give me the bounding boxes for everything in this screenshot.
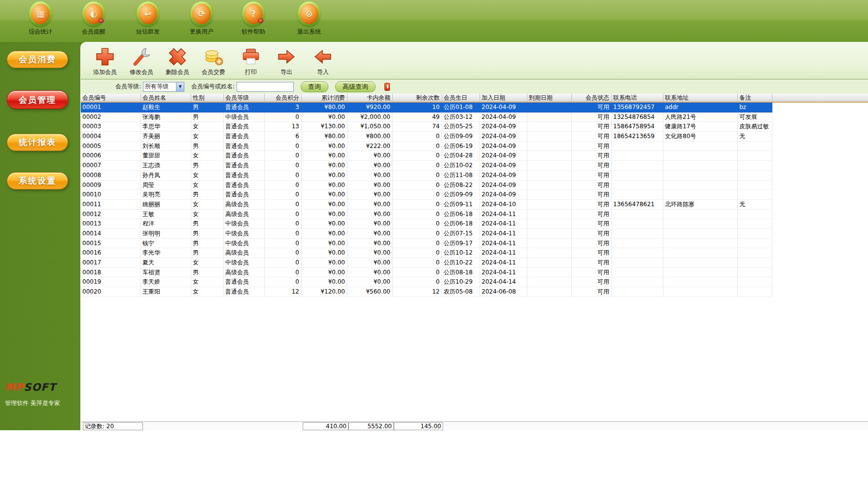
table-row[interactable]: 00018车祖贤男高级会员0¥0.00¥0.000公历08-182024-04-… <box>81 268 868 278</box>
import-button[interactable]: 导入 <box>307 46 339 76</box>
add-member-button[interactable]: 添加会员 <box>89 46 121 76</box>
column-header-1[interactable]: 会员编号 <box>81 94 141 102</box>
sidebar-item-member-manage[interactable]: 会员管理 <box>7 90 68 109</box>
table-row[interactable]: 00011姚丽丽女高级会员0¥0.00¥0.000公历09-112024-04-… <box>81 200 868 210</box>
column-header-3[interactable]: 性别 <box>191 94 224 102</box>
table-cell <box>527 277 572 287</box>
table-row[interactable]: 00002张海鹏男中级会员0¥0.00¥2,000.0049公历03-12202… <box>81 112 868 122</box>
table-row[interactable]: 00012王敏女高级会员0¥0.00¥0.000公历06-182024-04-1… <box>81 210 868 220</box>
member-keyword-input[interactable] <box>237 82 294 92</box>
topbar-item-reminder[interactable]: ◐ 会员提醒 <box>74 1 113 36</box>
table-row[interactable]: 00003李思华女普通会员13¥130.00¥1,050.0074公历05-25… <box>81 122 868 132</box>
table-row[interactable]: 00004齐美丽女普通会员6¥80.00¥800.000公历09-092024-… <box>81 132 868 142</box>
table-row[interactable]: 00016李光华男高级会员0¥0.00¥0.000公历10-122024-04-… <box>81 248 868 258</box>
edit-member-button[interactable]: 修改会员 <box>125 46 158 76</box>
topbar-item-exit[interactable]: ⊙ 退出系统 <box>290 1 328 36</box>
table-cell: 0 <box>265 142 302 151</box>
table-row[interactable]: 00008孙丹凤女普通会员0¥0.00¥0.000公历11-082024-04-… <box>81 171 868 181</box>
member-toolbar: 添加会员 修改会员 删除会员 <box>81 42 868 79</box>
table-cell <box>663 181 738 190</box>
search-button[interactable]: 查询 <box>301 81 328 92</box>
table-cell <box>527 239 572 249</box>
column-header-14[interactable]: 联系地址 <box>663 94 738 102</box>
table-cell: 可用 <box>572 151 612 161</box>
table-row[interactable]: 00010吴明亮男普通会员0¥0.00¥0.000公历09-092024-04-… <box>81 190 868 200</box>
table-cell: 0 <box>265 181 302 190</box>
table-cell: 高级会员 <box>224 248 265 258</box>
column-header-2[interactable]: 会员姓名 <box>141 94 191 102</box>
table-row[interactable]: 00009周莹女普通会员0¥0.00¥0.000公历08-222024-04-0… <box>81 181 868 190</box>
table-cell: 夏天 <box>141 258 191 268</box>
table-cell: 中级会员 <box>224 229 265 239</box>
table-cell: 无 <box>738 132 772 142</box>
table-row[interactable]: 00020王重阳女普通会员12¥120.00¥560.0012农历05-0820… <box>81 287 868 297</box>
table-cell <box>738 161 772 171</box>
table-cell: 公历06-19 <box>442 142 480 151</box>
table-cell: 男 <box>191 268 224 278</box>
column-header-10[interactable]: 加入日期 <box>480 94 527 102</box>
sidebar-item-reports[interactable]: 统计报表 <box>7 134 68 151</box>
delete-member-button[interactable]: 删除会员 <box>161 46 194 76</box>
topbar-item-switch-user[interactable]: ⟳ 更换用户 <box>182 1 221 36</box>
table-cell: 可用 <box>572 258 612 268</box>
table-cell: 13568792457 <box>612 103 663 112</box>
column-header-8[interactable]: 剩余次数 <box>393 94 442 102</box>
table-cell: 无 <box>738 200 772 210</box>
table-cell: ¥222.00 <box>347 142 393 151</box>
table-cell: ¥0.00 <box>347 171 393 181</box>
table-cell: 公历09-09 <box>442 190 480 200</box>
notification-dot <box>258 18 263 23</box>
table-cell: 女 <box>191 132 224 142</box>
table-row[interactable]: 00019李天娇女普通会员0¥0.00¥0.000公历10-292024-04-… <box>81 277 868 287</box>
table-row[interactable]: 00005刘长顺男普通会员0¥0.00¥222.000公历06-192024-0… <box>81 142 868 151</box>
column-header-6[interactable]: 累计消费 <box>302 94 347 102</box>
table-cell <box>612 181 663 190</box>
table-cell: 2024-04-11 <box>480 258 527 268</box>
advanced-search-button[interactable]: 高级查询 <box>335 81 376 92</box>
table-row[interactable]: 00015钱宁男中级会员0¥0.00¥0.000公历09-172024-04-1… <box>81 239 868 249</box>
member-payment-button[interactable]: 会员交费 <box>197 46 230 76</box>
alert-indicator-icon[interactable] <box>384 83 390 91</box>
export-button[interactable]: 导出 <box>270 46 303 76</box>
table-row[interactable]: 00013程洋男中级会员0¥0.00¥0.000公历06-182024-04-1… <box>81 219 868 229</box>
print-button[interactable]: 打印 <box>235 46 267 76</box>
table-cell: 文化路80号 <box>663 132 738 142</box>
table-cell: 0 <box>393 239 442 249</box>
record-count: 记录数: 20 <box>83 422 143 430</box>
topbar-label: 退出系统 <box>290 28 328 36</box>
table-cell: 公历06-18 <box>442 219 480 229</box>
table-cell: 10 <box>393 103 442 112</box>
brand-tagline: 管理软件 美萍是专家 <box>5 399 76 408</box>
topbar-item-stats[interactable]: ▦ 综合统计 <box>21 1 60 36</box>
table-cell: 0 <box>265 268 302 278</box>
table-cell: 2024-04-09 <box>480 122 527 132</box>
table-row[interactable]: 00014张明明男中级会员0¥0.00¥0.000公历07-152024-04-… <box>81 229 868 239</box>
table-row[interactable]: 00017夏天女中级会员0¥0.00¥0.000公历10-222024-04-1… <box>81 258 868 268</box>
table-cell: 可用 <box>572 229 612 239</box>
member-level-select[interactable]: 所有等级 ▼ <box>143 82 184 92</box>
table-cell <box>663 229 738 239</box>
column-header-12[interactable]: 会员状态 <box>572 94 612 102</box>
sidebar-item-settings[interactable]: 系统设置 <box>7 172 68 189</box>
column-header-11[interactable]: 到期日期 <box>527 94 572 102</box>
table-cell: ¥0.00 <box>347 210 393 220</box>
table-row[interactable]: 00001赵毅生男普通会员3¥80.00¥920.0010公历01-082024… <box>81 103 868 112</box>
table-row[interactable]: 00007王志强男普通会员0¥0.00¥0.000公历10-022024-04-… <box>81 161 868 171</box>
table-cell: 2024-04-11 <box>480 219 527 229</box>
topbar-item-help[interactable]: ? 软件帮助 <box>234 1 273 36</box>
sidebar-item-member-consume[interactable]: 会员消费 <box>7 51 68 68</box>
column-header-4[interactable]: 会员等级 <box>224 94 265 102</box>
topbar-label: 软件帮助 <box>234 28 273 36</box>
column-header-5[interactable]: 会员积分 <box>265 94 302 102</box>
table-cell <box>738 258 772 268</box>
column-header-15[interactable]: 备注 <box>738 94 772 102</box>
table-cell <box>612 239 663 249</box>
column-header-7[interactable]: 卡内余额 <box>347 94 393 102</box>
topbar-item-sms[interactable]: ↩ 短信群发 <box>129 1 167 36</box>
column-header-9[interactable]: 会员生日 <box>442 94 480 102</box>
table-row[interactable]: 00006董甜甜女普通会员0¥0.00¥0.000公历04-282024-04-… <box>81 151 868 161</box>
export-icon <box>276 46 297 67</box>
column-header-13[interactable]: 联系电话 <box>612 94 663 102</box>
table-cell: 可用 <box>572 103 612 112</box>
topbar-label: 短信群发 <box>129 28 167 36</box>
